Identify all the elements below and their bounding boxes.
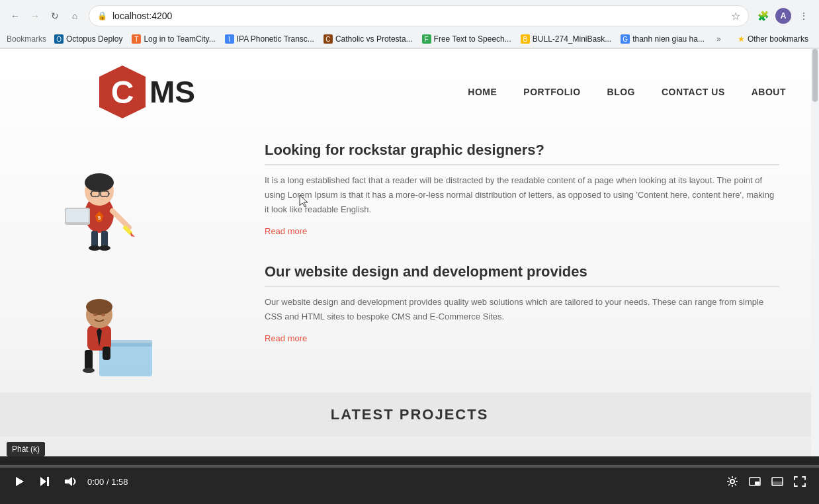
other-bookmarks[interactable]: ★ Other bookmarks xyxy=(734,33,812,45)
extensions-button[interactable]: 🧩 xyxy=(754,7,771,24)
next-button[interactable] xyxy=(36,473,53,490)
svg-text:C: C xyxy=(111,75,134,110)
nav-portfolio[interactable]: PORTFOLIO xyxy=(523,87,580,97)
illustration-character-1: 5 xyxy=(40,142,159,254)
svg-rect-17 xyxy=(101,231,108,247)
bookmarks-label: Bookmarks xyxy=(7,34,46,44)
section-2-read-more[interactable]: Read more xyxy=(265,333,307,343)
scrollbar-thumb[interactable] xyxy=(812,49,818,102)
svg-point-27 xyxy=(101,314,105,316)
bookmark-teamcity-icon: T xyxy=(132,34,141,44)
logo-text: MS xyxy=(150,74,195,110)
bookmark-octopus-icon: O xyxy=(54,34,64,44)
settings-button[interactable] xyxy=(724,473,741,490)
menu-button[interactable]: ⋮ xyxy=(795,7,812,24)
bookmarks-more-button[interactable]: » xyxy=(712,33,725,45)
forward-button[interactable]: → xyxy=(26,7,44,24)
bookmark-teamcity[interactable]: T Log in to TeamCity... xyxy=(128,33,219,45)
site-logo[interactable]: C MS xyxy=(93,62,195,122)
svg-point-26 xyxy=(93,314,97,316)
miniplayer-button[interactable] xyxy=(746,474,763,489)
nav-buttons: ← → ↻ ⌂ xyxy=(7,7,83,24)
bookmark-ipa[interactable]: I IPA Phonetic Transc... xyxy=(221,33,318,45)
nav-home[interactable]: HOME xyxy=(468,87,497,97)
section-2-title: Our website design and development provi… xyxy=(265,263,779,287)
nav-about[interactable]: ABOUT xyxy=(752,87,786,97)
svg-point-19 xyxy=(99,245,110,251)
video-right-controls xyxy=(724,473,808,490)
site-header: C MS HOME PORTFOLIO BLOG CONTACT US ABOU… xyxy=(0,49,819,128)
nav-contact[interactable]: CONTACT US xyxy=(662,87,725,97)
svg-rect-33 xyxy=(47,477,49,486)
text-column: Looking for rockstar graphic designers? … xyxy=(265,142,779,380)
star-icon[interactable]: ☆ xyxy=(731,10,740,22)
latest-projects: LATEST PROJECTS xyxy=(0,393,819,437)
svg-marker-32 xyxy=(40,477,46,486)
svg-point-4 xyxy=(85,173,114,192)
bookmark-speech[interactable]: F Free Text to Speech... xyxy=(418,33,515,45)
bookmarks-bar: Bookmarks O Octopus Deploy T Log in to T… xyxy=(0,32,819,48)
fullscreen-button[interactable] xyxy=(791,474,808,489)
svg-marker-34 xyxy=(65,477,72,486)
volume-icon xyxy=(64,476,77,487)
svg-rect-10 xyxy=(66,209,89,222)
bookmark-speech-icon: F xyxy=(422,34,431,44)
play-button[interactable] xyxy=(11,473,28,490)
site-nav: HOME PORTFOLIO BLOG CONTACT US ABOUT xyxy=(468,87,786,97)
bookmark-ipa-icon: I xyxy=(225,34,234,44)
volume-button[interactable] xyxy=(61,474,79,489)
svg-rect-30 xyxy=(103,347,110,360)
miniplayer-icon xyxy=(749,477,761,486)
illustration-character-2 xyxy=(40,267,172,380)
character2-svg xyxy=(40,267,172,380)
video-controls-row: 0:00 / 1:58 xyxy=(0,468,819,495)
bookmark-catholic-icon: C xyxy=(323,34,333,44)
profile-button[interactable]: A xyxy=(775,8,791,24)
illustration-column: 5 xyxy=(40,142,238,380)
theater-button[interactable] xyxy=(769,474,786,489)
lock-icon: 🔒 xyxy=(97,11,107,21)
reload-button[interactable]: ↻ xyxy=(46,7,64,24)
fullscreen-icon xyxy=(794,476,806,487)
bookmark-catholic[interactable]: C Catholic vs Protesta... xyxy=(320,33,417,45)
other-bookmarks-icon: ★ xyxy=(738,34,745,44)
section-1-body: It is a long established fact that a rea… xyxy=(265,173,779,217)
next-icon xyxy=(38,476,50,487)
character1-svg: 5 xyxy=(40,142,159,254)
address-text: localhost:4200 xyxy=(112,11,726,21)
logo-hexagon-svg: C xyxy=(93,62,152,122)
svg-text:5: 5 xyxy=(98,215,101,221)
back-button[interactable]: ← xyxy=(7,7,24,24)
section-1-title: Looking for rockstar graphic designers? xyxy=(265,142,779,165)
video-progress-bar[interactable] xyxy=(0,465,819,468)
theater-icon xyxy=(771,477,783,486)
latest-projects-title: LATEST PROJECTS xyxy=(40,406,779,423)
scrollbar[interactable] xyxy=(811,49,819,464)
address-bar[interactable]: 🔒 localhost:4200 ☆ xyxy=(89,5,749,26)
video-time: 0:00 / 1:58 xyxy=(87,477,128,487)
bookmark-bull[interactable]: B BULL-274_MiniBask... xyxy=(517,33,615,45)
svg-point-25 xyxy=(86,299,112,315)
bookmark-octopus[interactable]: O Octopus Deploy xyxy=(50,33,126,45)
video-bar: 0:00 / 1:58 xyxy=(0,456,819,504)
home-button[interactable]: ⌂ xyxy=(66,7,83,24)
section-1: Looking for rockstar graphic designers? … xyxy=(265,142,779,237)
toolbar-icons: 🧩 A ⋮ xyxy=(754,7,812,24)
svg-rect-39 xyxy=(772,482,783,485)
play-icon xyxy=(13,476,25,487)
section-2: Our website design and development provi… xyxy=(265,263,779,344)
svg-rect-28 xyxy=(85,350,93,370)
svg-rect-37 xyxy=(755,482,759,485)
play-tooltip: Phát (k) xyxy=(7,442,45,456)
svg-rect-16 xyxy=(91,231,98,247)
main-content: 5 xyxy=(0,128,819,393)
svg-marker-31 xyxy=(16,477,24,486)
browser-chrome: ← → ↻ ⌂ 🔒 localhost:4200 ☆ 🧩 A ⋮ Bookmar… xyxy=(0,0,819,49)
bookmark-thanh[interactable]: G thanh nien giau ha... xyxy=(617,33,709,45)
nav-blog[interactable]: BLOG xyxy=(607,87,635,97)
bookmark-thanh-icon: G xyxy=(621,34,630,44)
svg-point-35 xyxy=(730,480,734,483)
settings-icon xyxy=(726,476,738,487)
section-1-read-more[interactable]: Read more xyxy=(265,226,307,236)
browser-toolbar: ← → ↻ ⌂ 🔒 localhost:4200 ☆ 🧩 A ⋮ xyxy=(0,0,819,32)
